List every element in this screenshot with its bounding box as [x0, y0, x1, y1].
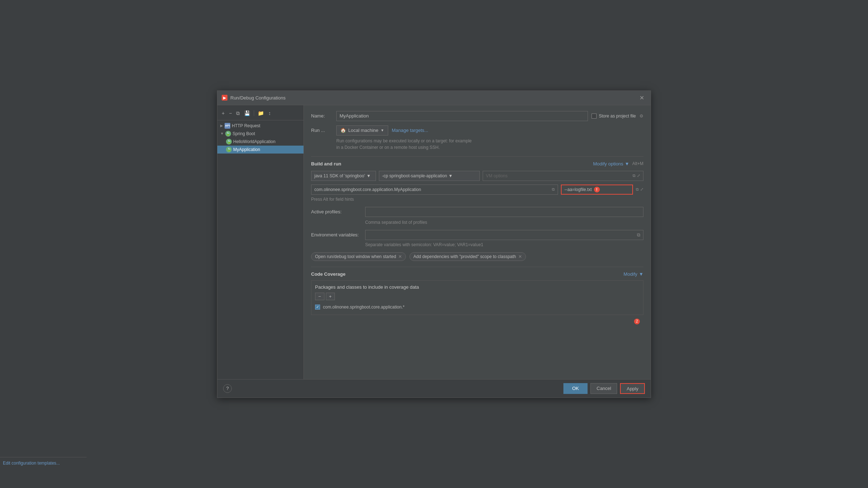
build-run-header: Build and run Modify options ▼ Alt+M: [311, 161, 643, 167]
ok-button[interactable]: OK: [563, 383, 588, 394]
active-profiles-row: Active profiles:: [311, 207, 643, 217]
code-coverage-header: Code Coverage Modify ▼: [311, 271, 643, 277]
java-dropdown-arrow: ▼: [367, 173, 371, 178]
apply-button[interactable]: Apply: [620, 383, 645, 394]
action-buttons: OK Cancel Apply: [563, 383, 645, 394]
packages-label: Packages and classes to include in cover…: [315, 284, 639, 290]
java-sdk-dropdown[interactable]: java 11 SDK of 'springboo' ▼: [311, 171, 376, 181]
copy-config-button[interactable]: ⧉: [235, 110, 241, 117]
env-vars-field[interactable]: ⧉: [365, 230, 643, 240]
my-app-icon: 🍃: [226, 147, 232, 152]
package-checkbox[interactable]: ✓: [315, 305, 320, 310]
http-request-icon: API: [225, 123, 230, 129]
manage-targets-link[interactable]: Manage targets...: [392, 128, 428, 133]
sidebar-item-http-request[interactable]: ▶ API HTTP Request: [217, 122, 304, 130]
modify-chevron-icon: ▼: [639, 271, 643, 277]
title-bar: ▶ Run/Debug Configurations ✕: [217, 91, 651, 105]
main-class-field[interactable]: com.olinonee.springboot.core.application…: [311, 185, 558, 195]
tag1-text: Open run/debug tool window when started: [315, 254, 396, 259]
profiles-hint: Comma separated list of profiles: [311, 220, 643, 225]
java-sdk-text: java 11 SDK of 'springboo': [314, 173, 365, 178]
active-profiles-input[interactable]: [365, 207, 643, 217]
run-hint: Run configurations may be executed local…: [311, 138, 643, 151]
copy-main-icon: ⧉: [552, 187, 555, 192]
vm-options-field[interactable]: VM options ⧉ ⤢: [483, 171, 643, 181]
arrow-icon: ▶: [220, 124, 223, 128]
code-coverage-section: Code Coverage Modify ▼ Packages and clas…: [311, 271, 643, 326]
env-vars-input[interactable]: [368, 232, 637, 238]
code-coverage-title: Code Coverage: [311, 271, 345, 277]
toolbar-separator: [254, 110, 254, 116]
sidebar-item-my-application[interactable]: 🍃 MyApplication: [217, 146, 304, 154]
sidebar: + − ⧉ 💾 📁 ↕ ▶ API HTTP Request ▼ 🍃: [217, 105, 304, 379]
title-bar-left: ▶ Run/Debug Configurations: [222, 95, 285, 101]
packages-section: Packages and classes to include in cover…: [311, 280, 643, 315]
remove-config-button[interactable]: −: [227, 110, 233, 117]
add-config-button[interactable]: +: [220, 110, 226, 117]
vm-options-placeholder: VM options: [486, 173, 508, 178]
env-copy-icon: ⧉: [637, 232, 640, 238]
classpath-dropdown[interactable]: -cp springboot-sample-application ▼: [379, 171, 480, 181]
add-package-button[interactable]: +: [326, 293, 335, 300]
folder-button[interactable]: 📁: [256, 110, 265, 117]
hello-world-icon: 🍃: [226, 139, 232, 145]
help-button[interactable]: ?: [223, 384, 232, 393]
store-area: Store as project file ⚙: [592, 114, 643, 119]
error-badge: 2: [634, 319, 640, 324]
chevron-down-icon: ▼: [625, 161, 629, 167]
cp-dropdown-arrow: ▼: [448, 173, 453, 178]
dropdown-arrow-icon: ▼: [381, 128, 384, 132]
env-vars-row: Environment variables: ⧉: [311, 230, 643, 240]
close-button[interactable]: ✕: [637, 94, 646, 102]
sort-button[interactable]: ↕: [267, 110, 272, 117]
section-divider-1: [311, 156, 643, 157]
classpath-text: -cp springboot-sample-application: [382, 173, 447, 178]
tag1-close-button[interactable]: ✕: [398, 254, 402, 259]
local-machine-text: Local machine: [348, 128, 378, 133]
save-config-button[interactable]: 💾: [243, 110, 252, 117]
remove-package-button[interactable]: −: [315, 293, 324, 300]
build-run-title: Build and run: [311, 161, 341, 167]
build-run-java-row: java 11 SDK of 'springboo' ▼ -cp springb…: [311, 171, 643, 181]
tag2-text: Add dependencies with "provided" scope t…: [413, 254, 516, 259]
sidebar-toolbar: + − ⧉ 💾 📁 ↕: [217, 108, 304, 120]
bottom-bar: ? OK Cancel Apply: [217, 379, 651, 398]
badge-area: 2: [311, 319, 643, 326]
press-alt-hint: Press Alt for field hints: [311, 197, 643, 202]
env-vars-label: Environment variables:: [311, 232, 362, 238]
tag-chip-1: Open run/debug tool window when started …: [311, 252, 406, 261]
spring-boot-icon: 🍃: [225, 131, 231, 137]
store-label: Store as project file: [599, 114, 636, 119]
http-request-label: HTTP Request: [232, 123, 260, 128]
package-item: ✓ com.olinonee.springboot.core.applicati…: [315, 303, 639, 311]
local-machine-dropdown[interactable]: 🏠 Local machine ▼: [336, 125, 388, 136]
env-vars-hint: Separate variables with semicolon: VAR=v…: [311, 242, 643, 247]
section-divider-2: [311, 267, 643, 267]
hello-world-label: HelloWorldApplication: [233, 139, 275, 144]
tag-chip-2: Add dependencies with "provided" scope t…: [409, 252, 526, 261]
active-profiles-label: Active profiles:: [311, 209, 362, 214]
name-input[interactable]: [336, 111, 588, 121]
vm-field-icons: ⧉ ⤢: [633, 173, 640, 178]
modify-options-button[interactable]: Modify options ▼ Alt+M: [593, 161, 643, 167]
code-coverage-modify-button[interactable]: Modify ▼: [624, 271, 643, 277]
dialog-title: Run/Debug Configurations: [230, 95, 285, 101]
cancel-button[interactable]: Cancel: [590, 383, 617, 394]
tag2-close-button[interactable]: ✕: [518, 254, 522, 259]
main-class-row: com.olinonee.springboot.core.application…: [311, 185, 643, 195]
tags-row: Open run/debug tool window when started …: [311, 252, 643, 261]
sidebar-item-hello-world[interactable]: 🍃 HelloWorldApplication: [217, 138, 304, 146]
program-args-value: --aa=logfile.txt: [564, 187, 592, 192]
gear-icon[interactable]: ⚙: [639, 114, 643, 119]
name-row: Name: Store as project file ⚙: [311, 111, 643, 121]
main-class-icons: ⧉: [552, 187, 555, 192]
sidebar-tree: ▶ API HTTP Request ▼ 🍃 Spring Boot 🍃 Hel…: [217, 120, 304, 155]
store-as-project-checkbox[interactable]: [592, 114, 597, 119]
house-icon: 🏠: [340, 128, 346, 133]
program-args-field[interactable]: --aa=logfile.txt !: [561, 185, 633, 195]
copy-args-icon: ⧉: [636, 187, 639, 192]
package-value: com.olinonee.springboot.core.application…: [323, 305, 404, 310]
main-content: + − ⧉ 💾 📁 ↕ ▶ API HTTP Request ▼ 🍃: [217, 105, 651, 379]
packages-toolbar: − +: [315, 293, 639, 300]
sidebar-item-spring-boot[interactable]: ▼ 🍃 Spring Boot: [217, 130, 304, 138]
